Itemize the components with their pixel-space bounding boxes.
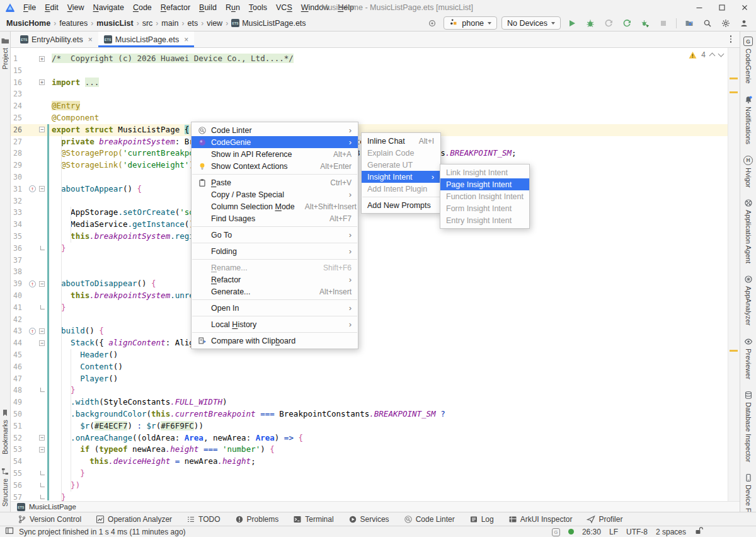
device-type-select[interactable]: phone: [444, 16, 497, 30]
menu-item-show-context-actions[interactable]: Show Context ActionsAlt+Enter: [192, 160, 358, 172]
tool-stripe-device-file-browser[interactable]: Device File Browser: [744, 473, 753, 512]
override-gutter-icon[interactable]: ↑: [29, 185, 36, 192]
line-number[interactable]: 34: [13, 219, 32, 231]
toolwindow-version-control[interactable]: Version Control: [18, 515, 81, 524]
menu-item-open-in[interactable]: Open In›: [192, 302, 358, 314]
breadcrumb-view[interactable]: view: [207, 19, 222, 28]
code-line[interactable]: 25@Component: [11, 112, 740, 124]
code-editor[interactable]: 1+/* Copyright (c) 2026 Huawei Device Co…: [11, 48, 740, 501]
close-button[interactable]: [733, 0, 756, 15]
code-line[interactable]: 55}: [11, 468, 740, 480]
breadcrumb-main[interactable]: main: [161, 19, 178, 28]
line-number[interactable]: 56: [13, 480, 32, 492]
breadcrumb-features[interactable]: features: [59, 19, 88, 28]
line-number[interactable]: 52: [13, 432, 32, 444]
editor-scrollbar[interactable]: [728, 48, 740, 501]
menu-item-go-to[interactable]: Go To›: [192, 229, 358, 241]
menubar-refactor[interactable]: Refactor: [156, 0, 195, 15]
override-gutter-icon[interactable]: ↑: [29, 280, 36, 287]
settings-button[interactable]: [719, 17, 733, 30]
line-number[interactable]: 33: [13, 207, 32, 219]
codegenie-status[interactable]: G: [552, 527, 560, 536]
code-line[interactable]: 37: [11, 255, 740, 267]
tool-stripe-hvigor[interactable]: HHvigor: [743, 156, 753, 188]
fold-marker-icon[interactable]: −: [39, 186, 45, 192]
fold-marker-icon[interactable]: −: [39, 435, 45, 441]
menu-item-paste[interactable]: PasteCtrl+V: [192, 176, 358, 188]
fold-marker-icon[interactable]: −: [39, 328, 45, 334]
toolwindow-services[interactable]: Services: [348, 515, 389, 524]
run-target-select[interactable]: No Devices: [501, 16, 561, 30]
breadcrumb-src[interactable]: src: [142, 19, 153, 28]
run-button[interactable]: [565, 17, 579, 30]
code-line[interactable]: 43↑−build() {: [11, 325, 740, 337]
toolwindow-log[interactable]: Log: [469, 515, 494, 524]
code-line[interactable]: 41}: [11, 302, 740, 314]
tool-stripe-structure[interactable]: Structure: [1, 467, 9, 507]
menubar-tools[interactable]: Tools: [244, 0, 272, 15]
maximize-button[interactable]: [711, 0, 733, 15]
menu-item-column-selection-mode[interactable]: Column Selection ModeAlt+Shift+Insert: [192, 200, 358, 212]
code-line[interactable]: 52−.onAreaChange((oldArea: Area, newArea…: [11, 432, 740, 444]
line-number[interactable]: 49: [13, 396, 32, 408]
menu-item-generate[interactable]: Generate...Alt+Insert: [192, 286, 358, 297]
line-number[interactable]: 35: [13, 231, 32, 243]
override-gutter-icon[interactable]: ↑: [29, 328, 36, 335]
search-everywhere-button[interactable]: [701, 17, 714, 30]
code-line[interactable]: 42: [11, 314, 740, 326]
code-line[interactable]: 35this.breakpointSystem.register();: [11, 231, 740, 243]
code-line[interactable]: 1+/* Copyright (c) 2026 Huawei Device Co…: [11, 53, 740, 65]
line-number[interactable]: 55: [13, 468, 32, 480]
line-number[interactable]: 53: [13, 444, 32, 456]
caret-position[interactable]: 26:30: [582, 528, 601, 536]
menubar-run[interactable]: Run: [221, 0, 244, 15]
breadcrumb-musichome[interactable]: MusicHome: [6, 19, 50, 28]
line-number[interactable]: 37: [13, 255, 32, 267]
menu-item-codegenie[interactable]: CodeGenie›: [192, 136, 358, 148]
code-line[interactable]: 53−if (typeof newArea.height === 'number…: [11, 444, 740, 456]
close-tab-icon[interactable]: ×: [184, 35, 188, 44]
menu-item-copy-paste-special[interactable]: Copy / Paste Special›: [192, 188, 358, 200]
toolwindow-arkui-inspector[interactable]: ArkUI Inspector: [508, 515, 573, 524]
line-number[interactable]: 1: [13, 53, 32, 65]
code-line[interactable]: 47Player(): [11, 373, 740, 385]
tool-stripe-previewer[interactable]: Previewer: [744, 337, 753, 379]
menu-item-find-usages[interactable]: Find UsagesAlt+F7: [192, 212, 358, 224]
toolwindow-operation-analyzer[interactable]: Operation Analyzer: [96, 515, 172, 524]
status-message[interactable]: Sync project finished in 1 s 4 ms (11 mi…: [19, 528, 186, 536]
debug-rerun-button[interactable]: [638, 17, 652, 30]
line-number[interactable]: 42: [13, 314, 32, 326]
fold-marker-icon[interactable]: +: [39, 56, 45, 62]
code-line[interactable]: 44−Stack({ alignContent: Alignment.Botto…: [11, 337, 740, 349]
line-number[interactable]: 28: [13, 147, 32, 159]
close-tab-icon[interactable]: ×: [88, 35, 93, 44]
line-number[interactable]: 24: [13, 100, 32, 112]
menubar-vcs[interactable]: VCS: [272, 0, 297, 15]
menu-item-page-insight-intent[interactable]: Page Insight Intent: [440, 178, 529, 190]
menu-item-refactor[interactable]: Refactor›: [192, 274, 358, 286]
profile-button[interactable]: [602, 17, 616, 30]
line-number[interactable]: 32: [13, 195, 32, 207]
line-number[interactable]: 29: [13, 159, 32, 171]
code-line[interactable]: 56}): [11, 480, 740, 492]
line-number[interactable]: 50: [13, 408, 32, 420]
tab-musiclistpage-ets[interactable]: ETSMusicListPage.ets×: [98, 32, 194, 47]
prev-issue-icon[interactable]: [709, 53, 716, 59]
stop-button[interactable]: [656, 17, 670, 30]
line-ending[interactable]: LF: [609, 528, 618, 536]
code-line[interactable]: 38: [11, 266, 740, 278]
tab-entryability-ets[interactable]: ETSEntryAbility.ets×: [14, 32, 98, 47]
fold-marker-icon[interactable]: −: [39, 447, 45, 453]
minimize-button[interactable]: [688, 0, 711, 15]
indentation[interactable]: 2 spaces: [656, 528, 686, 536]
breadcrumb-musiclistpage-ets[interactable]: ETSMusicListPage.ets: [231, 19, 306, 28]
line-number[interactable]: 38: [13, 266, 32, 278]
debug-button[interactable]: [583, 17, 597, 30]
line-number[interactable]: 40: [13, 290, 32, 302]
line-number[interactable]: 44: [13, 337, 32, 349]
fold-marker-icon[interactable]: −: [39, 127, 45, 132]
line-number[interactable]: 45: [13, 349, 32, 361]
code-line[interactable]: 46Content(): [11, 361, 740, 373]
line-number[interactable]: 57: [13, 492, 32, 501]
fold-marker-icon[interactable]: +: [39, 79, 45, 85]
